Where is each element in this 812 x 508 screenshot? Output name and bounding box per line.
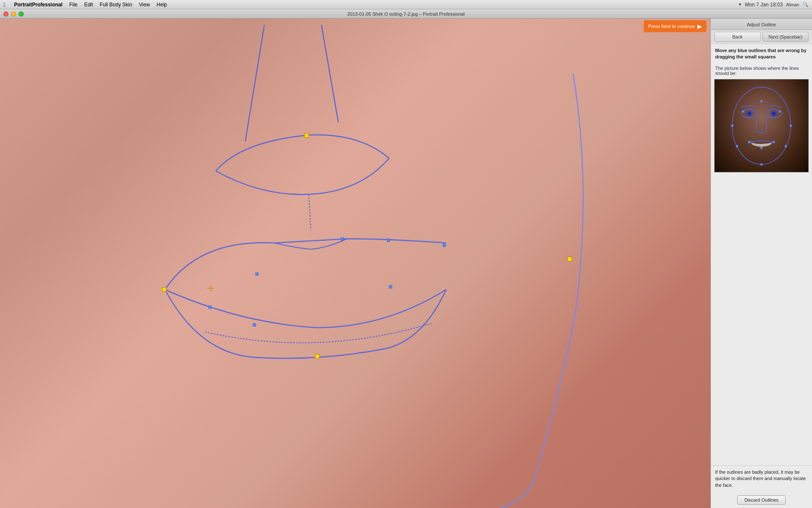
close-window-button[interactable] xyxy=(3,11,8,17)
menu-fullbodyskin[interactable]: Full Body Skin xyxy=(100,2,132,8)
svg-rect-12 xyxy=(389,285,392,288)
next-button[interactable]: Next (Spacebar) xyxy=(763,32,809,42)
menu-bar:  PortraitProfessional File Edit Full Bo… xyxy=(0,0,812,9)
minimize-window-button[interactable] xyxy=(11,11,16,17)
title-bar: 2013-01-05 Shek O outing-7-2.jpg – Portr… xyxy=(0,9,812,19)
svg-point-16 xyxy=(732,87,790,164)
nav-buttons: Back Next (Spacebar) xyxy=(711,30,812,44)
canvas-area[interactable] xyxy=(0,19,710,508)
apple-logo-icon:  xyxy=(3,1,5,8)
svg-rect-6 xyxy=(162,287,166,292)
svg-rect-8 xyxy=(253,323,256,326)
menu-help[interactable]: Help xyxy=(156,2,167,8)
svg-point-27 xyxy=(736,145,738,147)
svg-rect-11 xyxy=(443,244,446,247)
menu-view[interactable]: View xyxy=(139,2,150,8)
window-controls xyxy=(3,11,24,17)
back-button[interactable]: Back xyxy=(714,32,761,42)
panel-header: Adjust Outline xyxy=(711,19,812,30)
svg-point-25 xyxy=(731,124,733,127)
tooltip-arrow-icon: ▶ xyxy=(697,23,702,30)
maximize-window-button[interactable] xyxy=(19,11,24,17)
svg-point-28 xyxy=(785,145,787,147)
search-icon[interactable]: 🔍 xyxy=(803,2,809,7)
right-panel: Adjust Outline Back Next (Spacebar) Move… xyxy=(710,19,812,508)
menu-file[interactable]: File xyxy=(69,2,77,8)
preview-label: The picture below shows where the lines … xyxy=(711,64,812,77)
svg-line-2 xyxy=(309,194,311,230)
bottom-instructions: If the outlines are badly placed, it may… xyxy=(711,465,812,492)
svg-rect-5 xyxy=(315,354,319,359)
main-layout: Adjust Outline Back Next (Spacebar) Move… xyxy=(0,19,812,508)
svg-point-23 xyxy=(772,141,775,143)
svg-point-19 xyxy=(760,100,763,102)
svg-rect-7 xyxy=(208,306,211,309)
svg-point-32 xyxy=(748,112,751,115)
panel-title: Adjust Outline xyxy=(747,22,776,27)
svg-point-26 xyxy=(790,124,792,127)
svg-line-0 xyxy=(245,25,264,141)
window-title: 2013-01-05 Shek O outing-7-2.jpg – Portr… xyxy=(347,11,465,17)
face-preview-svg xyxy=(715,80,808,172)
svg-point-20 xyxy=(742,110,744,113)
bottom-instruction-text: If the outlines are badly placed, it may… xyxy=(715,469,806,488)
svg-point-24 xyxy=(760,147,763,149)
face-preview-thumbnail xyxy=(714,79,809,172)
svg-rect-10 xyxy=(387,239,390,242)
tooltip-text: Press Next to continue xyxy=(648,24,695,29)
svg-rect-3 xyxy=(304,133,309,138)
menubar-user: Alman xyxy=(786,2,799,7)
svg-line-1 xyxy=(321,25,338,122)
svg-point-33 xyxy=(772,112,775,115)
wifi-icon: ▾ xyxy=(739,2,741,7)
instruction-text: Move any blue outlines that are wrong by… xyxy=(715,48,807,59)
svg-point-22 xyxy=(748,141,751,143)
panel-instructions: Move any blue outlines that are wrong by… xyxy=(711,44,812,64)
face-outline-svg xyxy=(0,19,710,508)
svg-rect-9 xyxy=(341,237,344,240)
tooltip-banner: Press Next to continue ▶ xyxy=(644,20,706,32)
svg-rect-4 xyxy=(568,257,572,261)
svg-rect-13 xyxy=(255,273,258,276)
menubar-time: Mon 7 Jan 18:03 xyxy=(745,2,782,8)
panel-spacer xyxy=(711,174,812,465)
svg-point-29 xyxy=(760,163,763,166)
menu-edit[interactable]: Edit xyxy=(84,2,93,8)
svg-point-21 xyxy=(779,110,781,113)
app-name[interactable]: PortraitProfessional xyxy=(14,2,63,8)
discard-outlines-button[interactable]: Discard Outlines xyxy=(737,495,786,505)
menubar-right: ▾ Mon 7 Jan 18:03 Alman 🔍 xyxy=(739,2,809,8)
